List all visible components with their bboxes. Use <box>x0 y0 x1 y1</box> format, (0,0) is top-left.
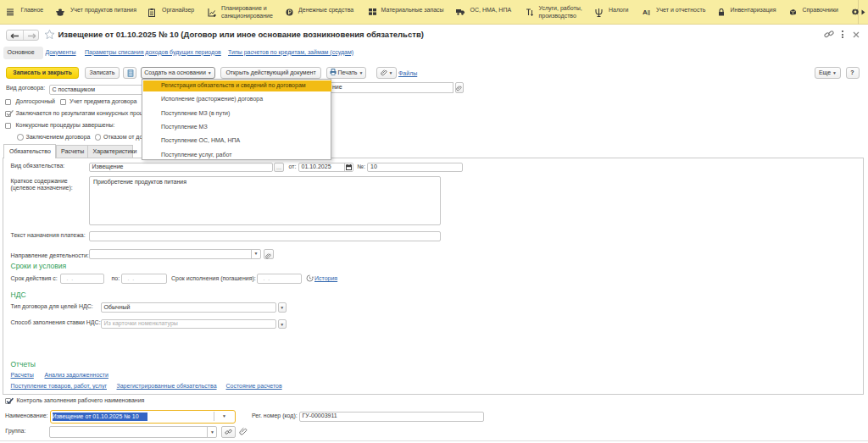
svg-text:А: А <box>643 8 648 16</box>
